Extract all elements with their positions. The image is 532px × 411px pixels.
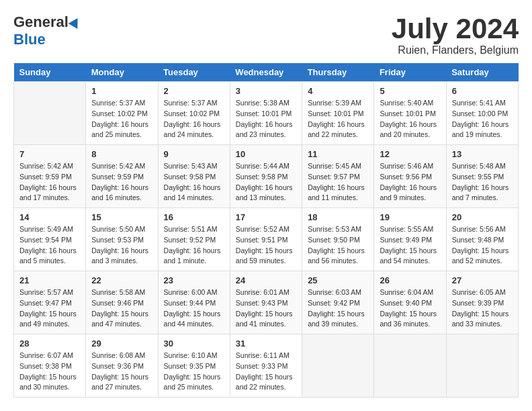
calendar-cell [14,82,86,145]
week-row-0: 1Sunrise: 5:37 AMSunset: 10:02 PMDayligh… [14,82,519,145]
calendar-cell: 21Sunrise: 5:57 AMSunset: 9:47 PMDayligh… [14,271,86,334]
calendar-cell: 1Sunrise: 5:37 AMSunset: 10:02 PMDayligh… [86,82,158,145]
header-monday: Monday [86,63,158,82]
calendar-cell: 31Sunrise: 6:11 AMSunset: 9:33 PMDayligh… [230,334,302,398]
day-info: Sunrise: 6:05 AMSunset: 9:39 PMDaylight:… [452,287,513,330]
day-info: Sunrise: 5:48 AMSunset: 9:55 PMDaylight:… [452,161,513,203]
calendar-cell: 9Sunrise: 5:43 AMSunset: 9:58 PMDaylight… [158,145,230,208]
day-number: 27 [452,275,513,285]
title-block: July 2024 Ruien, Flanders, Belgium [392,13,519,56]
calendar-cell: 18Sunrise: 5:53 AMSunset: 9:50 PMDayligh… [302,208,374,271]
calendar-cell: 14Sunrise: 5:49 AMSunset: 9:54 PMDayligh… [14,208,86,271]
day-number: 5 [380,86,440,96]
logo-blue-text: Blue [13,31,46,48]
header-wednesday: Wednesday [230,63,302,82]
day-number: 13 [452,149,513,159]
day-number: 22 [91,275,152,285]
day-number: 12 [380,149,440,159]
day-number: 2 [164,86,224,96]
header-saturday: Saturday [446,63,518,82]
day-number: 24 [236,275,296,285]
day-info: Sunrise: 5:52 AMSunset: 9:51 PMDaylight:… [236,224,296,267]
logo: General Blue [13,13,81,48]
calendar-cell: 27Sunrise: 6:05 AMSunset: 9:39 PMDayligh… [446,271,518,334]
day-number: 19 [380,212,440,222]
week-row-2: 14Sunrise: 5:49 AMSunset: 9:54 PMDayligh… [14,208,519,271]
calendar-cell: 28Sunrise: 6:07 AMSunset: 9:38 PMDayligh… [14,334,86,398]
day-info: Sunrise: 6:08 AMSunset: 9:36 PMDaylight:… [91,351,152,393]
day-info: Sunrise: 6:04 AMSunset: 9:40 PMDaylight:… [380,287,440,330]
day-info: Sunrise: 5:42 AMSunset: 9:59 PMDaylight:… [19,161,80,203]
location: Ruien, Flanders, Belgium [392,44,519,56]
header-thursday: Thursday [302,63,374,82]
calendar-cell: 29Sunrise: 6:08 AMSunset: 9:36 PMDayligh… [86,334,158,398]
day-info: Sunrise: 6:11 AMSunset: 9:33 PMDaylight:… [236,351,296,393]
day-info: Sunrise: 5:57 AMSunset: 9:47 PMDaylight:… [19,287,80,330]
calendar-cell: 13Sunrise: 5:48 AMSunset: 9:55 PMDayligh… [446,145,518,208]
calendar-cell: 8Sunrise: 5:42 AMSunset: 9:59 PMDaylight… [86,145,158,208]
calendar-cell: 3Sunrise: 5:38 AMSunset: 10:01 PMDayligh… [230,82,302,145]
calendar-cell: 2Sunrise: 5:37 AMSunset: 10:02 PMDayligh… [158,82,230,145]
day-number: 28 [19,338,80,349]
calendar-cell: 23Sunrise: 6:00 AMSunset: 9:44 PMDayligh… [158,271,230,334]
day-number: 25 [308,275,368,285]
calendar-cell: 17Sunrise: 5:52 AMSunset: 9:51 PMDayligh… [230,208,302,271]
day-number: 29 [91,338,152,349]
day-number: 10 [236,149,296,159]
day-info: Sunrise: 5:55 AMSunset: 9:49 PMDaylight:… [380,224,440,267]
logo-icon [69,15,83,29]
day-info: Sunrise: 5:51 AMSunset: 9:52 PMDaylight:… [164,224,224,267]
day-info: Sunrise: 5:46 AMSunset: 9:56 PMDaylight:… [380,161,440,203]
day-number: 1 [91,86,152,96]
week-row-3: 21Sunrise: 5:57 AMSunset: 9:47 PMDayligh… [14,271,519,334]
day-info: Sunrise: 5:44 AMSunset: 9:58 PMDaylight:… [236,161,296,203]
calendar-cell: 6Sunrise: 5:41 AMSunset: 10:00 PMDayligh… [446,82,518,145]
day-info: Sunrise: 5:56 AMSunset: 9:48 PMDaylight:… [452,224,513,267]
day-info: Sunrise: 5:49 AMSunset: 9:54 PMDaylight:… [19,224,80,267]
day-number: 8 [91,149,152,159]
calendar-cell [374,334,446,398]
day-info: Sunrise: 5:38 AMSunset: 10:01 PMDaylight… [236,98,296,140]
day-info: Sunrise: 5:37 AMSunset: 10:02 PMDaylight… [164,98,224,140]
calendar-cell: 19Sunrise: 5:55 AMSunset: 9:49 PMDayligh… [374,208,446,271]
day-info: Sunrise: 5:41 AMSunset: 10:00 PMDaylight… [452,98,513,140]
calendar-header-row: SundayMondayTuesdayWednesdayThursdayFrid… [14,63,519,82]
header-tuesday: Tuesday [158,63,230,82]
calendar-cell: 4Sunrise: 5:39 AMSunset: 10:01 PMDayligh… [302,82,374,145]
calendar-cell [302,334,374,398]
logo-general-text: General [13,13,69,31]
header-friday: Friday [374,63,446,82]
week-row-4: 28Sunrise: 6:07 AMSunset: 9:38 PMDayligh… [14,334,519,398]
calendar-cell: 11Sunrise: 5:45 AMSunset: 9:57 PMDayligh… [302,145,374,208]
calendar-cell: 30Sunrise: 6:10 AMSunset: 9:35 PMDayligh… [158,334,230,398]
day-number: 18 [308,212,368,222]
day-number: 7 [19,149,80,159]
day-number: 30 [164,338,224,349]
day-info: Sunrise: 6:01 AMSunset: 9:43 PMDaylight:… [236,287,296,330]
calendar-table: SundayMondayTuesdayWednesdayThursdayFrid… [13,63,519,398]
calendar-cell: 25Sunrise: 6:03 AMSunset: 9:42 PMDayligh… [302,271,374,334]
day-info: Sunrise: 6:00 AMSunset: 9:44 PMDaylight:… [164,287,224,330]
day-info: Sunrise: 5:42 AMSunset: 9:59 PMDaylight:… [91,161,152,203]
week-row-1: 7Sunrise: 5:42 AMSunset: 9:59 PMDaylight… [14,145,519,208]
calendar-cell: 5Sunrise: 5:40 AMSunset: 10:01 PMDayligh… [374,82,446,145]
day-number: 11 [308,149,368,159]
day-number: 31 [236,338,296,349]
day-number: 4 [308,86,368,96]
day-info: Sunrise: 5:37 AMSunset: 10:02 PMDaylight… [91,98,152,140]
calendar-cell: 16Sunrise: 5:51 AMSunset: 9:52 PMDayligh… [158,208,230,271]
day-info: Sunrise: 6:10 AMSunset: 9:35 PMDaylight:… [164,351,224,393]
month-title: July 2024 [392,13,519,44]
page-header: General Blue July 2024 Ruien, Flanders, … [13,13,519,56]
day-info: Sunrise: 5:58 AMSunset: 9:46 PMDaylight:… [91,287,152,330]
day-number: 3 [236,86,296,96]
day-number: 21 [19,275,80,285]
day-info: Sunrise: 5:40 AMSunset: 10:01 PMDaylight… [380,98,440,140]
calendar-cell: 24Sunrise: 6:01 AMSunset: 9:43 PMDayligh… [230,271,302,334]
day-number: 17 [236,212,296,222]
calendar-cell: 22Sunrise: 5:58 AMSunset: 9:46 PMDayligh… [86,271,158,334]
day-info: Sunrise: 6:03 AMSunset: 9:42 PMDaylight:… [308,287,368,330]
calendar-cell: 15Sunrise: 5:50 AMSunset: 9:53 PMDayligh… [86,208,158,271]
day-number: 16 [164,212,224,222]
day-info: Sunrise: 5:39 AMSunset: 10:01 PMDaylight… [308,98,368,140]
